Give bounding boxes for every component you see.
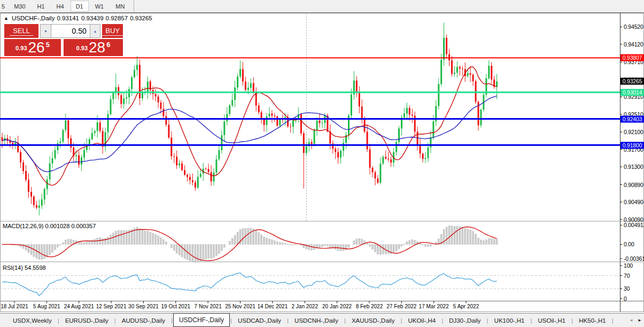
date-label: 5 Aug 2021 (33, 303, 60, 309)
level-price-badge: 0.91800 (620, 142, 644, 149)
tab-eurusd-daily[interactable]: EURUSD-,Daily (60, 315, 114, 326)
terminal-window: 5M30H1H4D1W1MN ▲USDCHF-,Daily0.931410.93… (0, 0, 644, 327)
timeframe-button-w1[interactable]: W1 (90, 1, 110, 12)
rsi-tick-label: 0 (624, 295, 627, 302)
rsi-tick-label: 30 (624, 285, 630, 292)
price-tick-label: 0.90490 (624, 199, 643, 205)
sell-price-display[interactable]: 0.93 26 5 (4, 39, 61, 56)
level-price-badge: 0.92403 (620, 115, 644, 122)
buy-price-prefix: 0.93 (76, 45, 88, 51)
collapse-chart-icon[interactable]: ▲ (4, 15, 9, 21)
tab-scroll-left-button[interactable]: ◄ (627, 316, 635, 325)
price-tick-label: 0.94120 (624, 41, 643, 48)
order-panel: SELL ▼ ▲ BUY 0.93 26 5 0.93 28 6 (4, 24, 123, 56)
sell-button-label: SELL (10, 27, 33, 36)
buy-button-label: BUY (102, 27, 123, 36)
price-tick-label: 0.91300 (624, 164, 643, 170)
tab-ukoil-h4[interactable]: UKOil-,H4 (402, 315, 441, 326)
price-tick-label: 0.90890 (624, 182, 643, 188)
tab-usdchf-daily[interactable]: USDCHF-,Daily (173, 313, 230, 327)
timeframe-button-h1[interactable]: H1 (32, 1, 50, 12)
tab-uk100-h1[interactable]: UK100-,H1 (489, 315, 530, 326)
rsi-pane (0, 273, 620, 296)
date-label: 18 Jul 2021 (1, 303, 28, 309)
date-label: 17 Mar 2022 (419, 303, 449, 309)
tab-scroll-right-button[interactable]: ► (635, 316, 644, 325)
macd-tick-label: 0.00 (624, 241, 634, 247)
price-tick-label: 0.92100 (624, 129, 643, 135)
buy-price-big: 28 (89, 39, 105, 56)
sell-button[interactable]: SELL (4, 24, 38, 38)
macd-header: MACD(12,26,9) 0.001028 0.000357 (3, 223, 96, 229)
tab-usdcad-daily[interactable]: USDCAD-,Daily (232, 315, 286, 326)
timeframe-button-5[interactable]: 5 (1, 1, 7, 12)
volume-input[interactable] (51, 24, 90, 38)
date-label: 19 Oct 2021 (161, 303, 190, 309)
rsi-tick-label: 100 (624, 262, 633, 269)
tab-audusd-daily[interactable]: AUDUSD-,Daily (117, 315, 170, 326)
price-tick-label: 0.94520 (624, 24, 643, 30)
chart-tabs-bar: USDX,Weekly|EURUSD-,Daily|AUDUSD-,Daily|… (0, 313, 644, 327)
tab-hk50-h1[interactable]: HK50-,H1 (573, 315, 611, 326)
buy-price-display[interactable]: 0.93 28 6 (64, 39, 123, 56)
date-label: 30 Sep 2021 (128, 303, 159, 309)
level-price-badge: 0.93807 (620, 54, 644, 61)
ohlc-open: 0.93141 (57, 15, 79, 21)
macd-tick-label: 0.004913 (624, 222, 644, 228)
moving-averages-layer (2, 67, 497, 185)
rsi-tick-label: 70 (624, 272, 630, 279)
tab-xauusd-daily[interactable]: XAUUSD-,Daily (346, 315, 400, 326)
macd-tick-label: -0.003614 (624, 255, 644, 262)
current-price-badge: 0.93265 (620, 78, 644, 85)
volume-decrease-button[interactable]: ▼ (40, 24, 51, 38)
symbol-label: USDCHF-,Daily (12, 15, 55, 21)
date-label: 7 Nov 2021 (195, 303, 222, 309)
buy-price-pip: 6 (106, 41, 110, 49)
rsi-header: RSI(14) 54.5598 (3, 264, 46, 271)
macd-pane (2, 226, 498, 263)
timeframe-toolbar: 5M30H1H4D1W1MN (0, 0, 644, 13)
date-label: 12 Sep 2021 (96, 303, 127, 309)
level-lines-layer (0, 58, 620, 145)
timeframe-button-mn[interactable]: MN (110, 1, 130, 12)
date-label: 27 Feb 2022 (386, 303, 416, 309)
buy-button[interactable]: BUY (102, 24, 123, 38)
sell-price-prefix: 0.93 (15, 45, 27, 51)
timeframe-button-d1[interactable]: D1 (71, 1, 89, 12)
tab-usdx-weekly[interactable]: USDX,Weekly (7, 315, 57, 326)
tab-dj30-daily[interactable]: DJ30-,Daily (444, 315, 486, 326)
date-label: 14 Dec 2021 (258, 303, 288, 309)
chart-header: ▲USDCHF-,Daily0.931410.934390.928570.932… (4, 15, 154, 21)
tab-usoil-h1[interactable]: USOil-,H1 (533, 315, 571, 326)
ohlc-close: 0.93265 (130, 15, 152, 21)
level-price-badge: 0.93014 (620, 89, 644, 96)
tab-usdcnh-daily[interactable]: USDCNH-,Daily (289, 315, 344, 326)
volume-increase-button[interactable]: ▲ (90, 24, 101, 38)
date-label: 20 Jan 2022 (322, 303, 352, 309)
sell-price-pip: 5 (46, 41, 50, 49)
date-label: 8 Feb 2022 (356, 303, 383, 309)
date-label: 24 Aug 2021 (64, 303, 94, 309)
timeframe-button-h4[interactable]: H4 (51, 1, 69, 12)
ohlc-high: 0.93439 (81, 15, 104, 21)
date-label: 25 Nov 2021 (225, 303, 255, 309)
tab-separator: | (611, 317, 614, 324)
date-label: 5 Apr 2022 (453, 303, 479, 309)
ohlc-low: 0.92857 (106, 15, 128, 21)
timeframe-button-m30[interactable]: M30 (9, 1, 30, 12)
date-label: 2 Jan 2022 (291, 303, 318, 309)
sell-price-big: 26 (28, 39, 45, 56)
toolbar-separator (134, 0, 134, 12)
